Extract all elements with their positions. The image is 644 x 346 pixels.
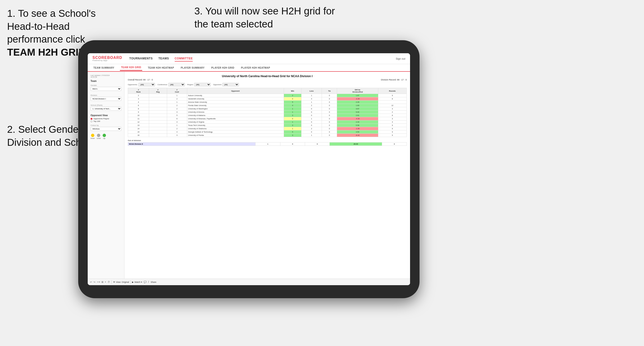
division-select[interactable]: NCAA Division I (90, 97, 121, 101)
nav-tournaments[interactable]: TOURNAMENTS (130, 56, 153, 61)
cell-reg (149, 127, 167, 130)
school-label: School (Rank) (90, 104, 121, 106)
conference-filter: Conference (All) (158, 83, 185, 86)
cell-conf: 3 (167, 134, 187, 137)
cell-tie: 0 (322, 117, 337, 121)
forward-icon[interactable]: ⟶ (97, 281, 100, 283)
view-original-btn[interactable]: 👁 View: Original (113, 281, 129, 283)
nav-links: TOURNAMENTS TEAMS COMMITTEE (130, 56, 396, 61)
comment-icon[interactable]: 💬 (144, 281, 146, 283)
filter-row: Opponents: (All) Conference (All) Region (128, 83, 407, 86)
cell-rank: 9 (128, 111, 149, 114)
col-reg: #Reg (149, 88, 167, 94)
watch-btn[interactable]: ▶ Watch ▾ (132, 281, 142, 283)
cell-conf: 4 (167, 130, 187, 134)
out-div-loss: 0 (280, 143, 305, 146)
radio-top100[interactable]: Top 100 (90, 120, 121, 122)
col-win: Win (284, 88, 301, 94)
cell-opponent: Auburn University (187, 94, 284, 97)
sub-nav-player-h2h-grid[interactable]: PLAYER H2H GRID (210, 65, 235, 71)
cell-diff: -2.29 (337, 97, 378, 101)
cell-opponent: University of Oklahoma (187, 127, 284, 130)
colour-by-label: Colour by (90, 124, 121, 126)
nav-teams[interactable]: TEAMS (158, 56, 169, 61)
cell-rounds: 9 (378, 130, 406, 134)
table-row: 9 3 University of Arizona 1 0 0 9.00 2 (128, 111, 407, 114)
add-icon[interactable]: + (105, 281, 106, 283)
annotation-1-bold: TEAM H2H GRID (7, 47, 86, 58)
cell-win: 3 (284, 114, 301, 117)
sign-out-button[interactable]: Sign out (396, 57, 405, 60)
cell-opponent: University of Alabama (187, 114, 284, 117)
table-row: 13 1 Texas Tech University 3 0 0 5.56 9 (128, 124, 407, 127)
undo-icon[interactable]: ↩ (90, 281, 92, 283)
sub-nav-team-h2h-grid[interactable]: TEAM H2H GRID (120, 65, 142, 71)
cell-reg (149, 111, 167, 114)
opponents-filter-select[interactable]: (All) (138, 83, 155, 86)
cell-rounds: 9 (378, 127, 406, 130)
radio-opponents-played[interactable]: Opponents Played (90, 118, 121, 120)
cell-win: 1 (284, 127, 301, 130)
gender-select[interactable]: Men's (90, 87, 121, 91)
cell-reg (149, 94, 167, 97)
nav-committee[interactable]: COMMITTEE (175, 56, 193, 61)
overall-record: Overall Record: 89 - 17 - 0 (128, 79, 153, 81)
copy-icon[interactable]: ⊞ (102, 281, 103, 283)
cell-conf: 2 (167, 97, 187, 101)
cell-rank: 8 (128, 107, 149, 111)
out-div-name: NCAA Division II (128, 143, 256, 146)
table-row: 16 3 University of Florida 3 1 0 -6.42 9 (128, 134, 407, 137)
cell-tie: 0 (322, 104, 337, 107)
clock-icon[interactable]: ⏱ (108, 281, 110, 283)
colour-circle-down (91, 134, 94, 137)
col-rank: #Rank (128, 88, 149, 94)
cell-conf: 2 (167, 104, 187, 107)
colour-circle-level (97, 134, 100, 137)
cell-rank: 2 (128, 94, 149, 97)
colour-by-select[interactable]: Win/loss (90, 127, 121, 131)
colour-label-down: Down (90, 138, 95, 139)
cell-conf: 6 (167, 117, 187, 121)
cell-loss: 4 (301, 97, 322, 101)
gender-label: Gender (90, 84, 121, 86)
region-filter-select[interactable]: (All) (194, 83, 211, 86)
cell-loss: 1 (301, 94, 322, 97)
opponent-filter-select[interactable]: (All) (222, 83, 239, 86)
cell-loss: 1 (301, 117, 322, 121)
share-btn[interactable]: Share (150, 281, 156, 283)
cell-tie: 0 (322, 114, 337, 117)
colour-up: Up (103, 134, 106, 139)
share-icon[interactable]: ⤴ (148, 281, 149, 283)
radio-dot-top100 (90, 121, 92, 122)
bottom-toolbar: ↩ ↪ ⟶ ⊞ + ⏱ 👁 View: Original ▶ Watch ▾ 💬… (88, 279, 410, 285)
sub-nav-player-summary[interactable]: PLAYER SUMMARY (180, 65, 206, 71)
sub-nav-player-h2h-heatmap[interactable]: PLAYER H2H HEATMAP (240, 65, 271, 71)
cell-opponent: University of Arizona (187, 111, 284, 114)
cell-rounds: 2 (378, 111, 406, 114)
table-row: 10 5 University of Alabama 3 0 0 2.61 8 (128, 114, 407, 117)
cell-loss: 1 (301, 134, 322, 137)
out-of-division-table: NCAA Division II 1 0 0 26.00 3 (128, 142, 407, 146)
watch-chevron: ▾ (141, 281, 142, 283)
grid-content: University of North Carolina Head-to-Hea… (124, 72, 410, 279)
cell-conf: 1 (167, 101, 187, 104)
cell-diff: 1.67 (337, 94, 378, 97)
cell-win: 4 (284, 104, 301, 107)
cell-loss: 2 (301, 127, 322, 130)
cell-tie: 0 (322, 97, 337, 101)
sub-nav-team-h2h-heatmap[interactable]: TEAM H2H HEATMAP (147, 65, 175, 71)
cell-conf: 5 (167, 114, 187, 117)
cell-rounds: 9 (378, 94, 406, 97)
colour-label-level: Level (97, 138, 101, 139)
cell-opponent: Georgia Institute of Technology (187, 130, 284, 134)
toolbar-divider (112, 280, 112, 284)
main-content: Last Updated: 27/03/2024 16:55:38 Team G… (88, 72, 410, 279)
cell-conf: 3 (167, 121, 187, 124)
cell-diff: 9.00 (337, 111, 378, 114)
redo-icon[interactable]: ↪ (94, 281, 95, 283)
cell-rounds (378, 101, 406, 104)
sub-nav-team-summary[interactable]: TEAM SUMMARY (92, 65, 115, 71)
school-select[interactable]: 1. University of Nort... (90, 107, 121, 111)
conference-filter-select[interactable]: (All) (168, 83, 185, 86)
cell-reg (149, 97, 167, 101)
